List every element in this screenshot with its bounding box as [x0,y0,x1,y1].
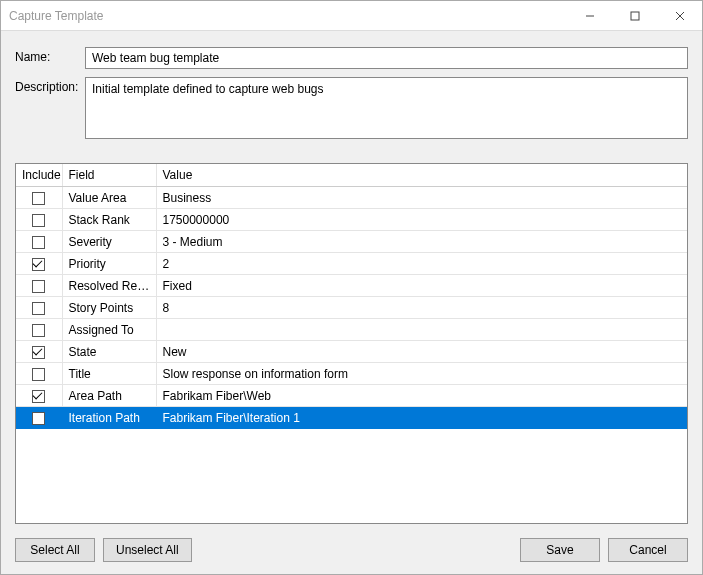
cell-value: 3 - Medium [156,231,687,253]
cell-field: Title [62,363,156,385]
description-label: Description: [15,77,85,94]
window-title: Capture Template [9,9,567,23]
cell-field: Area Path [62,385,156,407]
table-row[interactable]: Resolved ReasonFixed [16,275,687,297]
minimize-button[interactable] [567,1,612,30]
cell-value: Slow response on information form [156,363,687,385]
save-button[interactable]: Save [520,538,600,562]
table-row[interactable]: Severity3 - Medium [16,231,687,253]
titlebar: Capture Template [1,1,702,31]
close-button[interactable] [657,1,702,30]
cell-field: Story Points [62,297,156,319]
cell-value: 8 [156,297,687,319]
cell-value: Fabrikam Fiber\Iteration 1 [156,407,687,429]
cell-field: Severity [62,231,156,253]
description-input[interactable]: Initial template defined to capture web … [85,77,688,139]
col-header-include[interactable]: Include [16,164,62,187]
table-row[interactable]: TitleSlow response on information form [16,363,687,385]
table-row[interactable]: Iteration PathFabrikam Fiber\Iteration 1 [16,407,687,429]
cell-field: Assigned To [62,319,156,341]
include-checkbox[interactable] [32,280,45,293]
capture-template-dialog: Capture Template Name: Description: Init… [0,0,703,575]
cell-value: Fabrikam Fiber\Web [156,385,687,407]
table-row[interactable]: Assigned To [16,319,687,341]
table-row[interactable]: Stack Rank1750000000 [16,209,687,231]
include-checkbox[interactable] [32,390,45,403]
table-row[interactable]: Value AreaBusiness [16,187,687,209]
include-checkbox[interactable] [32,324,45,337]
cell-value: Fixed [156,275,687,297]
cell-value: New [156,341,687,363]
fields-table: Include Field Value Value AreaBusinessSt… [15,163,688,524]
svg-rect-1 [631,12,639,20]
col-header-field[interactable]: Field [62,164,156,187]
cancel-button[interactable]: Cancel [608,538,688,562]
maximize-button[interactable] [612,1,657,30]
include-checkbox[interactable] [32,258,45,271]
name-input[interactable] [85,47,688,69]
include-checkbox[interactable] [32,192,45,205]
name-label: Name: [15,47,85,64]
select-all-button[interactable]: Select All [15,538,95,562]
cell-field: Priority [62,253,156,275]
cell-value [156,319,687,341]
include-checkbox[interactable] [32,412,45,425]
cell-field: Iteration Path [62,407,156,429]
table-row[interactable]: Story Points8 [16,297,687,319]
cell-value: 1750000000 [156,209,687,231]
include-checkbox[interactable] [32,214,45,227]
table-header-row: Include Field Value [16,164,687,187]
cell-field: Value Area [62,187,156,209]
include-checkbox[interactable] [32,368,45,381]
table-row[interactable]: Priority2 [16,253,687,275]
include-checkbox[interactable] [32,346,45,359]
include-checkbox[interactable] [32,302,45,315]
cell-field: State [62,341,156,363]
cell-field: Resolved Reason [62,275,156,297]
include-checkbox[interactable] [32,236,45,249]
cell-field: Stack Rank [62,209,156,231]
cell-value: Business [156,187,687,209]
col-header-value[interactable]: Value [156,164,687,187]
unselect-all-button[interactable]: Unselect All [103,538,192,562]
table-row[interactable]: StateNew [16,341,687,363]
cell-value: 2 [156,253,687,275]
table-row[interactable]: Area PathFabrikam Fiber\Web [16,385,687,407]
